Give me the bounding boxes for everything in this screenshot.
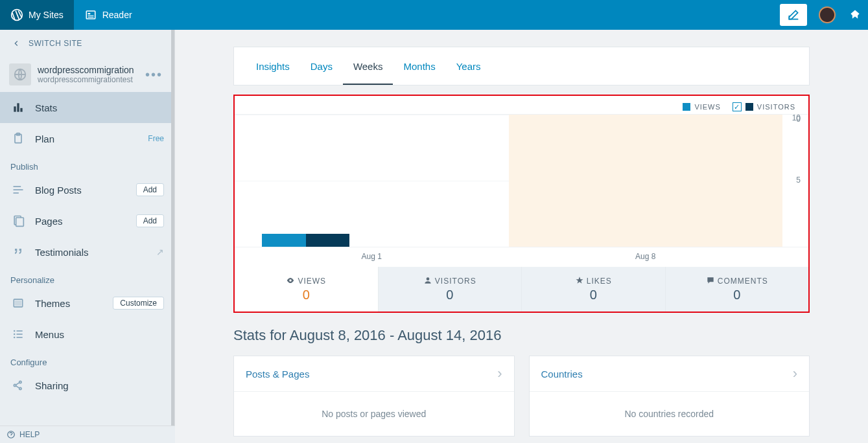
- svg-point-24: [14, 384, 16, 386]
- sidebar-item-label: Sharing: [35, 380, 69, 391]
- plan-tag: Free: [148, 134, 164, 143]
- svg-point-20: [14, 334, 16, 335]
- tab-weeks[interactable]: Weeks: [343, 47, 393, 85]
- svg-rect-1: [86, 11, 95, 19]
- switch-site-label: SWITCH SITE: [29, 39, 82, 48]
- svg-rect-17: [16, 301, 21, 306]
- stat-visitors[interactable]: VISITORS 0: [378, 267, 522, 312]
- user-icon: [423, 276, 432, 285]
- nav-reader[interactable]: Reader: [74, 0, 143, 30]
- svg-rect-15: [16, 218, 24, 226]
- nav-reader-label: Reader: [102, 10, 132, 20]
- main-content: Insights Days Weeks Months Years VIEWS ✓…: [175, 30, 868, 443]
- legend-views[interactable]: VIEWS: [683, 103, 720, 111]
- stat-value: 0: [522, 288, 665, 302]
- stat-value: 0: [379, 288, 522, 302]
- sidebar-item-sharing[interactable]: Sharing: [0, 370, 174, 401]
- chart-column[interactable]: Aug 8: [509, 115, 783, 247]
- tab-months[interactable]: Months: [393, 47, 445, 85]
- comment-icon: [706, 276, 715, 285]
- add-post-button[interactable]: Add: [136, 183, 164, 196]
- chart-column[interactable]: Aug 1: [235, 115, 509, 247]
- chart-legend: VIEWS ✓VISITORS: [235, 96, 808, 114]
- help-button[interactable]: HELP: [0, 426, 175, 443]
- section-configure: Configure: [0, 350, 174, 370]
- external-icon: ↗: [156, 247, 164, 257]
- section-personalize: Personalize: [0, 267, 174, 288]
- svg-point-22: [14, 337, 16, 339]
- svg-rect-7: [17, 103, 19, 111]
- sidebar-item-testimonials[interactable]: Testimonials ↗: [0, 236, 174, 267]
- sidebar-item-themes[interactable]: Themes Customize: [0, 288, 174, 319]
- notifications-button[interactable]: [842, 0, 868, 30]
- ytick: 0: [796, 115, 801, 248]
- new-post-button[interactable]: [780, 4, 807, 26]
- site-title: wordpresscommigration: [38, 65, 143, 75]
- eye-icon: [286, 276, 295, 285]
- sidebar-item-stats[interactable]: Stats: [0, 92, 174, 123]
- sidebar-item-label: Stats: [35, 102, 57, 113]
- module-title: Posts & Pages: [246, 369, 309, 380]
- module-header[interactable]: Countries ›: [530, 356, 810, 392]
- module-header[interactable]: Posts & Pages ›: [234, 356, 514, 392]
- svg-rect-11: [14, 186, 21, 187]
- period-tabs: Insights Days Weeks Months Years: [234, 47, 809, 85]
- add-page-button[interactable]: Add: [136, 214, 164, 227]
- customize-button[interactable]: Customize: [113, 297, 164, 310]
- sidebar-item-pages[interactable]: Pages Add: [0, 205, 174, 236]
- svg-rect-3: [88, 16, 93, 16]
- sidebar-item-label: Testimonials: [35, 247, 89, 258]
- svg-rect-4: [88, 17, 93, 17]
- chart-area: 10 5 0 Aug 1 Aug 8: [235, 114, 808, 247]
- current-site-row[interactable]: wordpresscommigration wordpresscommigrat…: [0, 57, 174, 92]
- sidebar-item-label: Blog Posts: [35, 185, 82, 196]
- module-empty-text: No countries recorded: [530, 392, 810, 436]
- clipboard-icon: [10, 131, 26, 146]
- chevron-right-icon: ›: [497, 365, 502, 382]
- xtick: Aug 8: [509, 247, 783, 261]
- user-avatar[interactable]: [819, 6, 836, 23]
- xtick: Aug 1: [235, 247, 509, 261]
- sidebar-item-plan[interactable]: Plan Free: [0, 123, 174, 154]
- module-posts-pages: Posts & Pages › No posts or pages viewed: [233, 356, 515, 437]
- nav-my-sites[interactable]: My Sites: [0, 0, 74, 30]
- stat-views[interactable]: VIEWS 0: [235, 267, 378, 312]
- sidebar: SWITCH SITE wordpresscommigration wordpr…: [0, 30, 175, 443]
- svg-point-26: [19, 387, 21, 389]
- posts-icon: [10, 182, 26, 198]
- pencil-icon: [787, 8, 800, 21]
- quote-icon: [10, 244, 26, 260]
- help-label: HELP: [19, 430, 40, 439]
- svg-rect-23: [17, 337, 23, 338]
- chevron-right-icon: ›: [793, 365, 797, 382]
- svg-rect-6: [14, 106, 16, 111]
- bar-visitors: [306, 234, 350, 247]
- tab-days[interactable]: Days: [300, 47, 343, 85]
- svg-rect-21: [17, 334, 23, 335]
- module-title: Countries: [541, 369, 583, 380]
- sidebar-item-label: Menus: [35, 329, 64, 340]
- site-more-button[interactable]: •••: [143, 67, 165, 82]
- tab-years[interactable]: Years: [446, 47, 491, 85]
- globe-icon: [13, 67, 27, 82]
- swatch-visitors: [745, 103, 753, 111]
- svg-point-28: [427, 277, 430, 280]
- stat-value: 0: [666, 288, 809, 302]
- svg-rect-13: [14, 192, 19, 194]
- switch-site-link[interactable]: SWITCH SITE: [0, 30, 174, 57]
- site-icon: [9, 63, 31, 85]
- sidebar-item-label: Plan: [35, 133, 54, 144]
- stat-comments[interactable]: COMMENTS 0: [665, 267, 809, 312]
- legend-visitors[interactable]: ✓VISITORS: [733, 102, 795, 111]
- wordpress-icon: [10, 8, 23, 21]
- sidebar-item-blog-posts[interactable]: Blog Posts Add: [0, 174, 174, 205]
- svg-rect-19: [17, 330, 23, 332]
- module-countries: Countries › No countries recorded: [529, 356, 810, 437]
- sidebar-item-label: Pages: [35, 216, 63, 227]
- sidebar-scrollbar[interactable]: [171, 30, 174, 443]
- sidebar-item-menus[interactable]: Menus: [0, 319, 174, 350]
- swatch-views: [683, 103, 690, 111]
- stat-likes[interactable]: LIKES 0: [521, 267, 665, 312]
- star-icon: [575, 276, 584, 285]
- tab-insights[interactable]: Insights: [246, 47, 300, 85]
